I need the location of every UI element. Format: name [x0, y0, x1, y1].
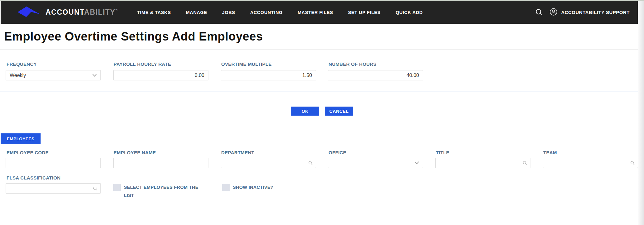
- brand-name-primary: ACCOUNT: [46, 8, 84, 16]
- overtime-multiple-input[interactable]: [221, 70, 316, 80]
- payroll-hourly-rate-input[interactable]: [114, 70, 208, 80]
- employee-name-label: EMPLOYEE NAME: [114, 150, 156, 155]
- title-bar: Employee Overtime Settings Add Employees: [0, 24, 638, 50]
- diamond-swoosh-logo-icon: [17, 5, 41, 20]
- flsa-classification-label: FLSA CLASSIFICATION: [7, 175, 61, 180]
- team-lookup-icon[interactable]: [630, 160, 635, 165]
- nav-item-set-up-files[interactable]: SET UP FILES: [340, 7, 388, 18]
- flsa-lookup-icon[interactable]: [93, 186, 98, 191]
- nav-item-jobs[interactable]: JOBS: [215, 7, 243, 18]
- window-edge-scroll-area[interactable]: [638, 1, 644, 225]
- user-account-button[interactable]: ACCOUNTABILITY SUPPORT: [549, 8, 630, 17]
- tab-employees[interactable]: EMPLOYEES: [1, 133, 41, 144]
- title-fieldbox: [435, 158, 530, 168]
- flsa-classification-fieldbox: [6, 183, 101, 194]
- brand-logo[interactable]: ACCOUNTABILITY™: [17, 5, 119, 20]
- team-label: TEAM: [543, 150, 557, 155]
- nav-item-master-files[interactable]: MASTER FILES: [290, 7, 341, 18]
- title-label: TITLE: [436, 150, 449, 155]
- employee-code-input[interactable]: [6, 158, 100, 168]
- title-lookup-icon[interactable]: [522, 160, 527, 165]
- employee-code-label: EMPLOYEE CODE: [7, 150, 49, 155]
- user-account-label: ACCOUNTABILITY SUPPORT: [561, 10, 630, 15]
- section-divider: [0, 92, 638, 92]
- cancel-button[interactable]: CANCEL: [325, 107, 353, 116]
- office-select[interactable]: [328, 158, 423, 168]
- department-lookup-icon[interactable]: [308, 160, 313, 165]
- overtime-multiple-fieldbox: [221, 70, 316, 80]
- nav-menu: TIME & TASKS MANAGE JOBS ACCOUNTING MAST…: [129, 7, 430, 18]
- overtime-multiple-label: OVERTIME MULTIPLE: [221, 61, 272, 67]
- frequency-label: FREQUENCY: [7, 61, 37, 67]
- department-label: DEPARTMENT: [221, 150, 254, 155]
- nav-right-cluster: ACCOUNTABILITY SUPPORT: [532, 6, 630, 19]
- nav-item-time-tasks[interactable]: TIME & TASKS: [129, 7, 178, 18]
- nav-item-quick-add[interactable]: QUICK ADD: [388, 7, 430, 18]
- title-search-input[interactable]: [436, 158, 530, 168]
- number-of-hours-label: NUMBER OF HOURS: [329, 61, 377, 67]
- office-label: OFFICE: [329, 150, 346, 155]
- employee-name-fieldbox: [113, 158, 208, 168]
- chevron-down-icon: [92, 74, 97, 77]
- top-navbar: ACCOUNTABILITY™ TIME & TASKS MANAGE JOBS…: [1, 1, 638, 24]
- app-window: ACCOUNTABILITY™ TIME & TASKS MANAGE JOBS…: [0, 0, 644, 225]
- team-fieldbox: [543, 158, 638, 168]
- payroll-hourly-rate-label: PAYROLL HOURLY RATE: [114, 61, 171, 67]
- brand-trademark: ™: [115, 9, 119, 12]
- frequency-selected-value: Weekly: [6, 73, 92, 78]
- brand-wordmark: ACCOUNTABILITY™: [46, 8, 119, 17]
- search-icon[interactable]: [532, 6, 546, 19]
- nav-item-accounting[interactable]: ACCOUNTING: [243, 7, 290, 18]
- department-fieldbox: [221, 158, 316, 168]
- user-avatar-icon: [549, 8, 558, 17]
- select-employees-from-list-checkbox[interactable]: [113, 184, 121, 191]
- frequency-select[interactable]: Weekly: [6, 70, 101, 80]
- employee-code-fieldbox: [6, 158, 101, 168]
- number-of-hours-fieldbox: [328, 70, 423, 80]
- payroll-hourly-rate-fieldbox: [113, 70, 208, 80]
- nav-item-manage[interactable]: MANAGE: [178, 7, 215, 18]
- ok-button[interactable]: OK: [291, 107, 319, 116]
- brand-name-secondary: ABILITY: [84, 8, 115, 16]
- flsa-classification-search-input[interactable]: [6, 184, 100, 193]
- show-inactive-label: SHOW INACTIVE?: [233, 183, 273, 191]
- team-search-input[interactable]: [543, 158, 638, 168]
- department-search-input[interactable]: [221, 158, 316, 168]
- chevron-down-icon: [415, 161, 419, 164]
- select-employees-from-list-label: SELECT EMPLOYEES FROM THE LIST: [124, 183, 202, 199]
- show-inactive-checkbox[interactable]: [222, 184, 230, 191]
- page-title: Employee Overtime Settings Add Employees: [4, 30, 263, 43]
- number-of-hours-input[interactable]: [328, 70, 423, 80]
- employee-name-input[interactable]: [114, 158, 208, 168]
